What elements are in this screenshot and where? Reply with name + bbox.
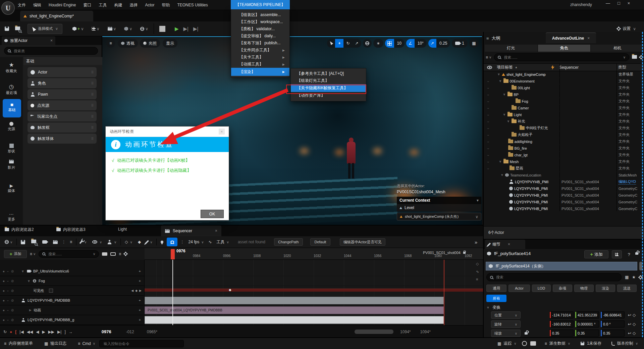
lit-dropdown[interactable]: 光照 bbox=[140, 39, 160, 48]
place-search[interactable] bbox=[4, 47, 98, 55]
rotation-reset-icon[interactable]: ↩ bbox=[628, 322, 631, 327]
tab-content-browser-2[interactable]: 内容浏览器2 bbox=[5, 227, 34, 233]
record-button[interactable]: ● bbox=[10, 330, 12, 334]
seq-save-icon[interactable] bbox=[21, 240, 25, 244]
snapshot-icon[interactable] bbox=[530, 341, 536, 346]
outliner-row[interactable]: ⌣▼00Environment 文件夹 bbox=[484, 78, 644, 85]
set-end-button[interactable]: ] bbox=[64, 330, 65, 334]
outliner-row[interactable]: ⌣00Light 文件夹 bbox=[484, 85, 644, 91]
menu-item-file-sync[interactable]: 【文件同步工具】▶ bbox=[231, 47, 289, 54]
menu-actor[interactable]: Actor bbox=[145, 3, 154, 7]
submenu-ref-level-tool[interactable]: 【参考关卡工具】[ALT+Q] bbox=[291, 70, 366, 77]
menu-item-publish[interactable]: 【发布下游】 publish... bbox=[231, 40, 289, 47]
outliner-row-actor[interactable]: LQYDYPVYHB_PMI PV001_SC01_shot004 Geomet… bbox=[484, 185, 644, 192]
location-keyframe-icon[interactable]: ◇ bbox=[633, 313, 636, 317]
outliner-row[interactable]: ⌣▼Mesh 文件夹 bbox=[484, 158, 644, 165]
scale-x-field[interactable]: 0.35 bbox=[549, 330, 574, 337]
to-end-button[interactable]: ▶| bbox=[57, 330, 61, 334]
place-actors-tab[interactable]: 放置Actor × bbox=[2, 36, 55, 45]
help-button[interactable]: ? bbox=[625, 250, 633, 258]
stop-button[interactable] bbox=[159, 26, 165, 32]
loop-button[interactable]: ↻ bbox=[3, 330, 7, 334]
seq-search-input[interactable] bbox=[48, 252, 91, 256]
tab-characters[interactable]: 角色 bbox=[538, 45, 591, 52]
outliner-search-input[interactable] bbox=[503, 55, 621, 60]
timeline-scrollbar[interactable] bbox=[355, 330, 393, 334]
edit-link[interactable]: 编辑LQYD bbox=[619, 179, 636, 185]
track-fog[interactable]: ●⌣⊘ ▼ Fog+ bbox=[0, 276, 144, 286]
menu-item-mocap-tools[interactable]: 【动捕工具】▶ bbox=[231, 61, 289, 68]
current-level-dropdown[interactable]: shot_light_EngineComp (永久性) ∨ bbox=[397, 213, 481, 220]
add-track-icon[interactable]: + bbox=[139, 269, 141, 273]
grid-snap-toggle[interactable] bbox=[385, 39, 394, 48]
location-y-field[interactable]: 421.951239 bbox=[575, 311, 599, 318]
surface-snap-toggle[interactable]: ∗ bbox=[373, 39, 383, 48]
menu-window[interactable]: 窗口 bbox=[83, 2, 91, 8]
location-z-field[interactable]: -86.608641 bbox=[600, 311, 625, 318]
outliner-search[interactable]: ∨ bbox=[494, 53, 629, 61]
visibility-bar[interactable] bbox=[145, 289, 483, 292]
dialog-title-bar[interactable]: 动画环节检查 × bbox=[106, 127, 229, 137]
viewport-menu-button[interactable]: ≡ bbox=[106, 39, 115, 48]
advance-outline-tab[interactable]: AdvanceOutLine × bbox=[546, 33, 596, 43]
location-dropdown[interactable]: 位置∨ bbox=[491, 311, 521, 319]
keyframe-options-dropdown[interactable]: ◇∨ bbox=[125, 240, 132, 244]
menu-item-level-tools[interactable]: 【关卡工具】▶ bbox=[231, 54, 289, 61]
volumes-button[interactable]: ∨ bbox=[124, 27, 132, 31]
window-minimize-button[interactable]: — bbox=[606, 1, 610, 6]
curve-editor-icon[interactable]: ∿ bbox=[208, 240, 212, 244]
cmd-dropdown[interactable]: ≡Cmd∨ bbox=[78, 341, 95, 346]
filter-chip-lod[interactable]: LOD bbox=[532, 285, 551, 292]
menu-item-assemble[interactable]: 【组装区】 assemble... bbox=[231, 11, 289, 18]
place-search-input[interactable] bbox=[13, 49, 94, 53]
scale-z-field[interactable]: 0.35 bbox=[600, 330, 625, 337]
playhead-line[interactable] bbox=[172, 260, 173, 325]
level-row[interactable]: Level bbox=[397, 204, 481, 211]
next-key-button[interactable]: ▶▶ bbox=[48, 330, 54, 334]
seq-clapper-icon[interactable] bbox=[53, 240, 58, 244]
source-control-dropdown[interactable]: 版本控制∨ bbox=[611, 341, 638, 346]
visibility-keyframe[interactable]: ◆ bbox=[229, 288, 231, 292]
scale-keyframe-icon[interactable]: ◇ bbox=[633, 331, 636, 336]
clip-bar-light[interactable] bbox=[145, 316, 444, 324]
category-lights[interactable]: 光源 bbox=[0, 122, 23, 132]
category-media[interactable]: ▶ 媒体 bbox=[0, 183, 23, 193]
scale-dropdown[interactable]: 缩放∨ bbox=[491, 330, 521, 337]
world-button[interactable]: ∨ bbox=[140, 27, 148, 31]
ue-logo[interactable]: U bbox=[1, 1, 15, 15]
details-tab[interactable]: 细节 × bbox=[485, 240, 525, 249]
seq-browse-icon[interactable] bbox=[31, 240, 36, 244]
tab-light[interactable]: Light bbox=[118, 227, 127, 232]
favorites-icon[interactable]: ★ bbox=[632, 275, 636, 280]
track-anim[interactable]: ●⌣⊘ ▶ 动画+ bbox=[0, 305, 144, 315]
rotation-snap-value[interactable]: 10° bbox=[415, 41, 427, 46]
menu-teamones-pipeline[interactable]: 【TEAMONES PIPELINE】 bbox=[231, 0, 290, 9]
details-settings-icon[interactable] bbox=[639, 276, 642, 279]
shot-view-icon-1[interactable] bbox=[102, 252, 107, 256]
outliner-row-actor[interactable]: LQYDYPVYHB_PMI PV001_SC01_shot004 Geomet… bbox=[484, 199, 644, 205]
close-icon[interactable]: × bbox=[508, 242, 510, 247]
seq-wrench-dropdown[interactable]: ∨ bbox=[80, 240, 87, 244]
menu-edit[interactable]: 编辑 bbox=[33, 2, 41, 8]
rotation-z-field[interactable]: 0.0 ° bbox=[600, 320, 625, 328]
visibility-checkbox[interactable] bbox=[49, 289, 53, 293]
prev-key-button[interactable]: ◀◀ bbox=[27, 330, 33, 334]
default-button[interactable]: Default bbox=[310, 238, 330, 246]
seq-add-button[interactable]: +添加 bbox=[4, 250, 27, 258]
seq-actor-dropdown[interactable]: ∨ bbox=[107, 240, 116, 244]
place-item-triggerbox[interactable]: 触发框⠿ bbox=[28, 122, 97, 133]
timeline-area[interactable]: ◆ PV001_SC01_shot004_LQYDYPVYHB_PMDBBB bbox=[145, 260, 483, 325]
scale-snap-value[interactable]: 0.25 bbox=[436, 41, 450, 46]
filter-chip-actor[interactable]: Actor bbox=[508, 285, 530, 292]
scale-reset-icon[interactable]: ↩ bbox=[628, 331, 631, 336]
viewport-layout-button[interactable]: ▦ bbox=[469, 39, 479, 48]
sequencer-column-header[interactable]: Sequencer bbox=[559, 65, 579, 70]
seq-world-dropdown[interactable]: ∨ bbox=[5, 240, 12, 244]
step-back-button[interactable]: ◀ bbox=[36, 330, 39, 334]
menu-build[interactable]: 构建 bbox=[114, 2, 122, 8]
new-folder-icon[interactable] bbox=[632, 55, 637, 60]
add-actor-button[interactable]: +∨ bbox=[72, 27, 84, 31]
unsaved-button[interactable]: 1未保存 bbox=[580, 341, 601, 346]
clip-bar-anim[interactable]: PV001_SC01_shot004_LQYDYPVYHB_PMDBBB bbox=[145, 306, 444, 314]
menu-help[interactable]: 帮助 bbox=[162, 2, 170, 8]
